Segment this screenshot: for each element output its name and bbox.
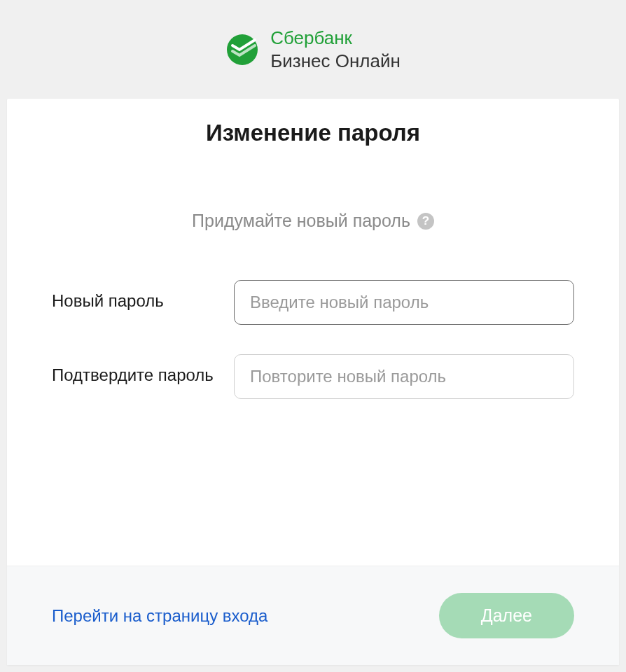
new-password-input[interactable] <box>234 280 574 325</box>
app-header: Сбербанк Бизнес Онлайн <box>0 0 626 99</box>
password-change-card: Изменение пароля Придумайте новый пароль… <box>7 99 619 665</box>
svg-point-0 <box>227 34 258 65</box>
back-to-login-link[interactable]: Перейти на страницу входа <box>52 606 267 626</box>
next-button[interactable]: Далее <box>439 593 574 638</box>
card-footer: Перейти на страницу входа Далее <box>7 566 619 665</box>
page-title: Изменение пароля <box>52 120 574 146</box>
hint-row: Придумайте новый пароль ? <box>52 211 574 231</box>
new-password-label: Новый пароль <box>52 280 234 312</box>
brand-text: Сбербанк Бизнес Онлайн <box>270 27 401 72</box>
sberbank-logo-icon <box>225 33 259 66</box>
confirm-password-label: Подтвердите пароль <box>52 354 234 386</box>
brand-line2: Бизнес Онлайн <box>270 50 401 73</box>
new-password-row: Новый пароль <box>52 280 574 325</box>
confirm-password-input[interactable] <box>234 354 574 399</box>
card-body: Изменение пароля Придумайте новый пароль… <box>7 99 619 566</box>
confirm-password-row: Подтвердите пароль <box>52 354 574 399</box>
help-icon[interactable]: ? <box>417 213 434 230</box>
brand-line1: Сбербанк <box>270 27 401 50</box>
hint-text: Придумайте новый пароль <box>192 211 410 231</box>
